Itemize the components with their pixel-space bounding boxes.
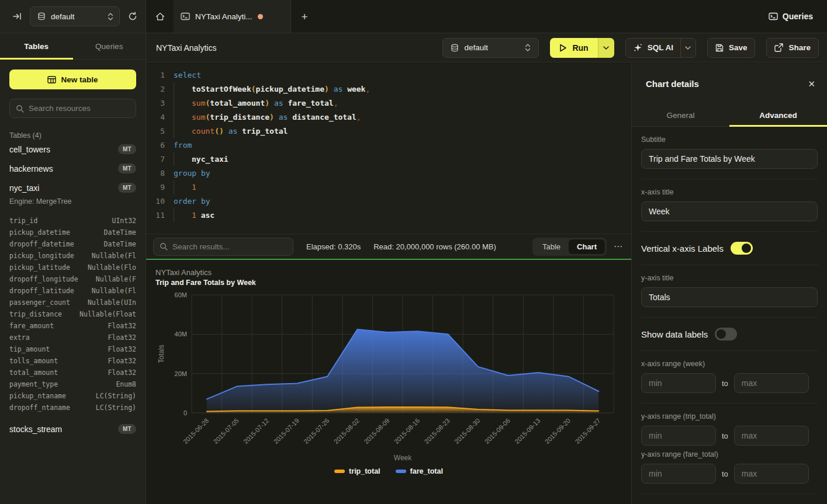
view-toggle-table[interactable]: Table xyxy=(534,239,569,254)
toolbar-database-selector[interactable]: default xyxy=(442,38,539,58)
column-row: trip_idUInt32 xyxy=(9,215,136,227)
query-toolbar: NYTaxi Analytics default Run xyxy=(146,33,827,62)
results-search xyxy=(153,238,293,256)
column-row: extraFloat32 xyxy=(9,332,136,343)
y-range-fare-max-input[interactable] xyxy=(734,464,809,484)
area-chart: 020M40M60M2015-06-282015-07-052015-07-12… xyxy=(146,289,631,453)
svg-text:2015-08-30: 2015-08-30 xyxy=(453,417,481,445)
sidebar-tab-queries[interactable]: Queries xyxy=(73,33,146,59)
table-item-hackernews[interactable]: hackernewsMT xyxy=(9,159,136,178)
close-icon[interactable]: ✕ xyxy=(808,79,815,89)
sql-ai-button[interactable]: SQL AI xyxy=(625,38,696,58)
tab-nytaxi-analytics[interactable]: NYTaxi Analyti... xyxy=(174,0,291,33)
more-options-icon[interactable]: ⋯ xyxy=(614,241,623,252)
table-item-stocks_stream[interactable]: stocks_streamMT xyxy=(9,419,136,439)
legend-swatch xyxy=(334,470,345,473)
sql-ai-dropdown[interactable] xyxy=(680,39,695,57)
svg-text:20M: 20M xyxy=(175,370,187,377)
tab-general[interactable]: General xyxy=(632,105,729,126)
code-line: 3sum(total_amount) as fare_total, xyxy=(146,96,631,110)
x-axis-range-label: x-axis range (week) xyxy=(641,360,818,368)
svg-text:Totals: Totals xyxy=(157,345,165,363)
view-toggle-chart[interactable]: Chart xyxy=(569,239,605,254)
column-row: passenger_countNullable(UIn xyxy=(9,297,136,308)
toolbar-database-value: default xyxy=(464,43,520,52)
y-range-fare-min-input[interactable] xyxy=(641,464,716,484)
save-button[interactable]: Save xyxy=(707,38,756,58)
tab-advanced[interactable]: Advanced xyxy=(729,105,827,126)
show-legend-row: Show legend xyxy=(641,494,818,504)
table-name: cell_towers xyxy=(9,145,50,154)
legend-item-fare_total[interactable]: fare_total xyxy=(396,467,443,475)
table-item-cell_towers[interactable]: cell_towersMT xyxy=(9,140,136,159)
y-range-trip-min-input[interactable] xyxy=(641,426,716,446)
column-row: pickup_datetimeDateTime xyxy=(9,227,136,238)
collapse-sidebar-icon[interactable] xyxy=(13,12,22,20)
column-row: tip_amountFloat32 xyxy=(9,343,136,355)
x-range-max-input[interactable] xyxy=(734,373,809,393)
table-engine-label: Engine: MergeTree xyxy=(9,197,136,211)
chart-details-header: Chart details ✕ xyxy=(632,63,827,105)
search-resources-input[interactable] xyxy=(29,104,130,113)
chart-details-title: Chart details xyxy=(646,79,808,89)
column-row: pickup_latitudeNullable(Flo xyxy=(9,262,136,273)
share-button[interactable]: Share xyxy=(766,38,819,58)
run-button[interactable]: Run xyxy=(550,38,597,58)
sidebar-tabs: Tables Queries xyxy=(0,33,146,60)
legend-swatch xyxy=(396,470,406,473)
sql-editor[interactable]: 1select2toStartOfWeek(pickup_datetime) a… xyxy=(146,63,631,234)
home-button[interactable] xyxy=(146,0,174,33)
x-axis-title-input[interactable] xyxy=(641,201,818,221)
svg-text:2015-07-05: 2015-07-05 xyxy=(212,417,240,445)
svg-text:40M: 40M xyxy=(175,331,187,338)
legend-item-trip_total[interactable]: trip_total xyxy=(334,467,380,475)
code-line: 7nyc_taxi xyxy=(146,152,631,166)
column-row: dropoff_longitudeNullable(F xyxy=(9,273,136,285)
chart-details-tabs: General Advanced xyxy=(632,105,827,127)
table-name: nyc_taxi xyxy=(9,183,39,193)
column-row: fare_amountFloat32 xyxy=(9,320,136,332)
engine-badge: MT xyxy=(118,183,136,193)
refresh-icon[interactable] xyxy=(128,12,137,21)
database-selector[interactable]: default xyxy=(30,6,120,26)
sidebar-tab-tables[interactable]: Tables xyxy=(0,33,73,59)
table-item-nyc_taxi[interactable]: nyc_taxiMT xyxy=(9,178,136,197)
run-options-dropdown[interactable] xyxy=(598,38,614,58)
svg-text:2015-07-12: 2015-07-12 xyxy=(242,417,270,445)
query-title: NYTaxi Analytics xyxy=(156,43,216,53)
code-line: 1select xyxy=(146,68,631,82)
column-row: pickup_ntanameLC(String) xyxy=(9,390,136,402)
search-icon xyxy=(16,105,24,113)
y-axis-title-input[interactable] xyxy=(641,287,818,307)
svg-text:2015-09-06: 2015-09-06 xyxy=(483,417,511,445)
chart-svg: 020M40M60M2015-06-282015-07-052015-07-12… xyxy=(146,289,631,450)
table-name: stocks_stream xyxy=(9,425,62,434)
subtitle-input[interactable] xyxy=(641,149,818,169)
subtitle-label: Subtitle xyxy=(641,135,818,144)
console-icon xyxy=(769,12,778,20)
share-icon xyxy=(774,43,783,52)
queries-button[interactable]: Queries xyxy=(769,0,813,33)
svg-text:2015-07-19: 2015-07-19 xyxy=(272,417,300,445)
elapsed-time: Elapsed: 0.320s xyxy=(306,242,361,251)
vertical-x-labels-toggle[interactable] xyxy=(731,242,753,255)
svg-text:60M: 60M xyxy=(175,291,187,298)
new-table-button[interactable]: New table xyxy=(9,69,136,89)
y-range-trip-max-input[interactable] xyxy=(734,426,809,446)
chart-details-panel: Chart details ✕ General Advanced Subtitl… xyxy=(631,63,827,504)
x-range-min-input[interactable] xyxy=(641,373,716,393)
new-tab-button[interactable]: + xyxy=(297,9,312,25)
vertical-x-labels-label: Vertical x-axis Labels xyxy=(641,244,724,253)
search-results-input[interactable] xyxy=(172,242,287,251)
column-row: total_amountFloat32 xyxy=(9,367,136,378)
code-line: 4sum(trip_distance) as distance_total, xyxy=(146,110,631,124)
rows-read-stat: Read: 20,000,000 rows (260.00 MB) xyxy=(373,242,496,251)
svg-text:2015-08-09: 2015-08-09 xyxy=(362,417,390,445)
search-icon xyxy=(160,242,168,251)
show-data-labels-toggle[interactable] xyxy=(715,328,737,340)
y-axis-range-trip-label: y-axis range (trip_total) xyxy=(641,412,818,420)
top-bar: default NYTaxi Analyti... + Queries xyxy=(0,0,827,33)
tables-list: cell_towersMThackernewsMTnyc_taxiMTEngin… xyxy=(9,140,136,439)
sidebar-search xyxy=(9,99,136,118)
svg-text:2015-09-20: 2015-09-20 xyxy=(544,417,572,445)
